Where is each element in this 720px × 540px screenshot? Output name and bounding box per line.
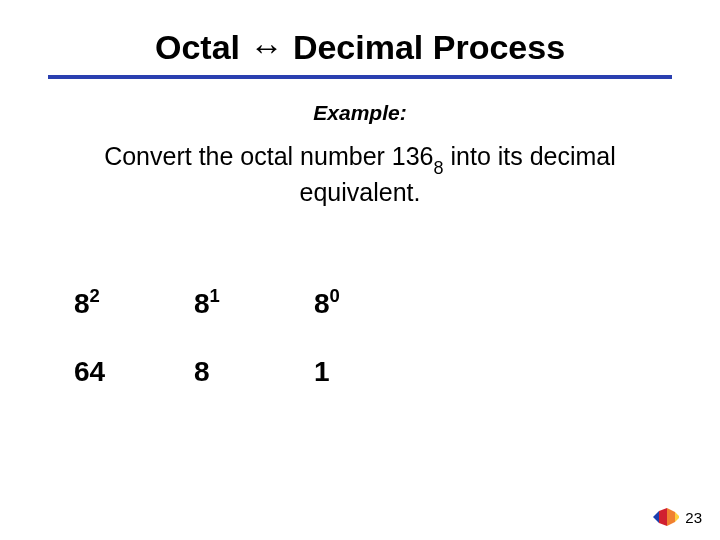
power-cell: 80 bbox=[314, 286, 434, 320]
power-cell: 81 bbox=[194, 286, 314, 320]
power-base: 8 bbox=[314, 288, 330, 319]
svg-marker-0 bbox=[653, 511, 659, 523]
svg-marker-3 bbox=[675, 512, 679, 522]
power-cell: 82 bbox=[74, 286, 194, 320]
power-exp: 0 bbox=[330, 285, 340, 306]
slide: Octal ↔ Decimal Process Example: Convert… bbox=[0, 0, 720, 540]
example-label: Example: bbox=[48, 101, 672, 125]
power-exp: 1 bbox=[210, 285, 220, 306]
powers-table: 82 81 80 64 8 1 bbox=[74, 286, 672, 388]
power-exp: 2 bbox=[90, 285, 100, 306]
pltw-logo-icon bbox=[653, 506, 679, 528]
page-number: 23 bbox=[685, 509, 702, 526]
prompt-subscript: 8 bbox=[434, 158, 444, 178]
value-cell: 64 bbox=[74, 356, 194, 388]
prompt-pre: Convert the octal number 136 bbox=[104, 142, 433, 170]
prompt-text: Convert the octal number 1368 into its d… bbox=[48, 141, 672, 208]
slide-title: Octal ↔ Decimal Process bbox=[48, 28, 672, 67]
power-base: 8 bbox=[74, 288, 90, 319]
title-underline bbox=[48, 75, 672, 79]
value-cell: 1 bbox=[314, 356, 434, 388]
value-cell: 8 bbox=[194, 356, 314, 388]
svg-marker-1 bbox=[659, 508, 667, 526]
slide-footer: 23 bbox=[653, 506, 702, 528]
power-base: 8 bbox=[194, 288, 210, 319]
svg-marker-2 bbox=[667, 508, 675, 526]
